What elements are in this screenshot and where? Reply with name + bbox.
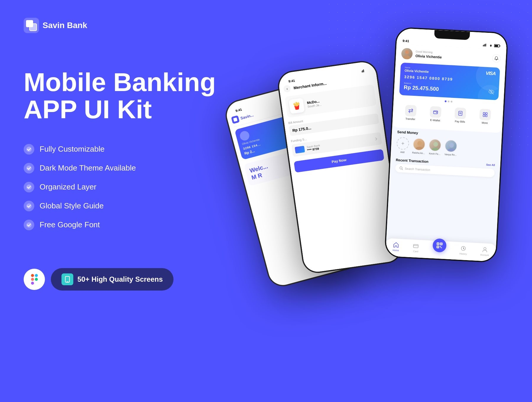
contact-raisha[interactable]: Raisha An... — [412, 138, 426, 155]
bottom-nav: Home Card — [385, 238, 496, 262]
ewallet-icon — [430, 106, 442, 118]
paybills-icon — [455, 107, 466, 119]
action-ewallet-label: E-Wallet — [430, 119, 440, 122]
contact-avatar-kevin — [429, 139, 442, 152]
svg-rect-9 — [66, 281, 68, 282]
screens-badge-text: 50+ High Quality Screens — [77, 275, 163, 283]
merchant-logo: 🍟 — [289, 98, 305, 114]
phone-front: 9:41 — [384, 27, 508, 263]
action-transfer[interactable]: Transfer — [405, 105, 417, 121]
contact-add[interactable]: + Add — [396, 137, 409, 154]
left-panel: Savin Bank Mobile Banking APP UI Kit Ful… — [24, 0, 225, 402]
svg-point-44 — [447, 148, 455, 153]
svg-point-26 — [403, 55, 411, 60]
back-button[interactable]: ‹ — [283, 85, 291, 93]
svg-rect-37 — [483, 115, 485, 116]
svg-rect-30 — [433, 111, 438, 114]
history-icon — [460, 245, 467, 252]
nav-home-label: Home — [392, 249, 399, 252]
app-screen: 9:41 — [385, 28, 507, 262]
nav-home[interactable]: Home — [392, 241, 400, 252]
check-icon — [24, 220, 34, 230]
action-more[interactable]: More — [479, 109, 491, 125]
contact-name-kevin: Kevin Fe... — [429, 152, 440, 155]
nav-center[interactable] — [432, 244, 447, 254]
contact-avatar-vanya — [445, 140, 458, 153]
svg-line-46 — [402, 169, 403, 170]
contact-name-raisha: Raisha An... — [412, 151, 425, 155]
more-icon — [479, 109, 491, 121]
bottom-badges: 50+ High Quality Screens — [24, 268, 225, 291]
check-icon — [24, 144, 34, 155]
nav-card[interactable]: Card — [412, 243, 419, 253]
nav-account-label: Account — [480, 254, 489, 257]
nav-history[interactable]: History — [459, 245, 467, 255]
nav-card-label: Card — [413, 250, 419, 253]
card-dot-3 — [451, 101, 452, 103]
card-dot-2 — [448, 100, 450, 102]
add-label: Add — [400, 151, 405, 154]
phone-badge-icon — [61, 273, 73, 285]
svg-rect-47 — [413, 244, 419, 248]
back-mini-avatar — [239, 130, 250, 142]
front-status-time: 9:41 — [403, 39, 409, 43]
feature-text: Free Google Font — [40, 220, 100, 229]
user-info: Good Morning Olivia Vichentie — [401, 48, 442, 61]
back-status-time: 9:41 — [235, 108, 242, 113]
figma-icon — [31, 274, 38, 285]
action-paybills[interactable]: Pay Bills — [454, 107, 466, 123]
feature-text: Global Style Guide — [40, 201, 104, 210]
svg-rect-53 — [441, 243, 442, 244]
account-icon — [481, 246, 488, 253]
nav-account[interactable]: Account — [480, 246, 489, 257]
svg-point-25 — [405, 50, 409, 54]
app-top: Good Morning Olivia Vichentie Name Olivi… — [392, 44, 506, 133]
front-status-icons — [483, 43, 501, 48]
headline: Mobile Banking APP UI Kit — [24, 69, 225, 123]
svg-rect-16 — [363, 69, 364, 72]
svg-point-31 — [436, 112, 437, 113]
brand-name: Savin Bank — [43, 21, 87, 30]
check-icon — [24, 182, 34, 192]
feature-text: Fully Customizable — [40, 145, 105, 154]
contact-avatar-raisha — [412, 138, 425, 151]
feature-item: Dark Mode Theme Available — [24, 163, 225, 174]
mid-status-icons — [361, 69, 366, 73]
send-money-title: Send Money — [397, 130, 418, 135]
feature-item: Global Style Guide — [24, 201, 225, 211]
features-list: Fully Customizable Dark Mode Theme Avail… — [24, 144, 225, 239]
svg-point-6 — [26, 203, 32, 209]
headline-line2: APP UI Kit — [24, 96, 225, 123]
contact-vanya[interactable]: Vanya Ro... — [444, 140, 458, 156]
feature-item: Organized Layer — [24, 182, 225, 192]
nav-history-label: History — [459, 252, 467, 255]
see-all-link[interactable]: See All — [486, 163, 495, 167]
svg-rect-52 — [437, 243, 438, 244]
credit-card: Name Olivia Vichentie VISA 3296 1547 080… — [399, 63, 500, 100]
screens-badge: 50+ High Quality Screens — [51, 268, 173, 291]
action-paybills-label: Pay Bills — [455, 120, 465, 123]
figma-badge — [24, 269, 45, 290]
svg-rect-20 — [486, 43, 486, 46]
svg-point-3 — [26, 147, 32, 152]
svg-rect-14 — [361, 71, 362, 72]
svg-rect-17 — [483, 45, 484, 46]
svg-point-43 — [449, 143, 454, 148]
svg-point-40 — [415, 147, 424, 151]
user-avatar — [401, 48, 413, 60]
scan-qr-button[interactable] — [432, 238, 447, 252]
svg-rect-19 — [485, 44, 485, 46]
svg-point-56 — [484, 247, 486, 250]
svg-rect-24 — [500, 45, 500, 46]
svg-rect-36 — [486, 113, 487, 114]
contact-kevin[interactable]: Kevin Fe... — [428, 139, 442, 155]
svg-rect-2 — [30, 24, 37, 31]
svg-rect-18 — [484, 44, 484, 46]
greeting-username: Olivia Vichentie — [415, 54, 442, 59]
headline-line1: Mobile Banking — [24, 69, 225, 96]
feature-text: Dark Mode Theme Available — [40, 163, 136, 173]
svg-rect-54 — [437, 247, 438, 247]
svg-rect-15 — [362, 70, 363, 72]
svg-rect-32 — [458, 111, 462, 116]
action-ewallet[interactable]: E-Wallet — [429, 106, 442, 122]
